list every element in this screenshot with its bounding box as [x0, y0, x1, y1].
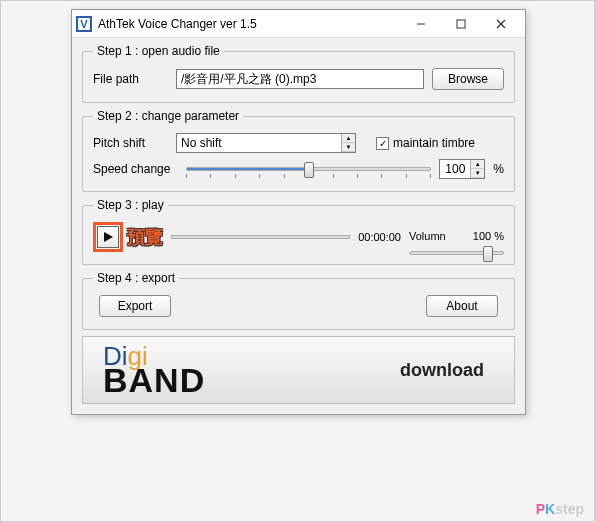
content-area: Step 1 : open audio file File path Brows… [72, 38, 525, 414]
export-button[interactable]: Export [99, 295, 171, 317]
play-button-highlight [93, 222, 123, 252]
browse-button[interactable]: Browse [432, 68, 504, 90]
step2-legend: Step 2 : change parameter [93, 109, 243, 123]
step1-legend: Step 1 : open audio file [93, 44, 224, 58]
minimize-button[interactable] [401, 11, 441, 37]
speed-slider[interactable] [186, 160, 431, 178]
chevron-up-icon: ▲ [342, 134, 355, 143]
minimize-icon [416, 19, 426, 29]
checkbox-box: ✓ [376, 137, 389, 150]
window-title: AthTek Voice Changer ver 1.5 [98, 17, 401, 31]
pitch-shift-select[interactable]: No shift ▲ ▼ [176, 133, 356, 153]
app-window: V AthTek Voice Changer ver 1.5 Step 1 : … [71, 9, 526, 415]
download-label: download [400, 360, 484, 381]
speed-unit: % [493, 162, 504, 176]
maximize-icon [456, 19, 466, 29]
slider-thumb[interactable] [483, 246, 493, 262]
pitch-shift-value: No shift [177, 136, 341, 150]
maintain-timbre-label: maintain timbre [393, 136, 475, 150]
step3-legend: Step 3 : play [93, 198, 168, 212]
step4-legend: Step 4 : export [93, 271, 179, 285]
titlebar: V AthTek Voice Changer ver 1.5 [72, 10, 525, 38]
pitch-spinner[interactable]: ▲ ▼ [341, 134, 355, 152]
preview-label: 預覽 [127, 225, 163, 249]
chevron-down-icon: ▼ [471, 169, 484, 178]
pitch-shift-label: Pitch shift [93, 136, 168, 150]
banner[interactable]: Digi BAND download [82, 336, 515, 404]
speed-spinner[interactable]: ▲ ▼ [470, 160, 484, 178]
chevron-up-icon: ▲ [471, 160, 484, 169]
maintain-timbre-checkbox[interactable]: ✓ maintain timbre [376, 136, 475, 150]
step4-group: Step 4 : export Export About [82, 271, 515, 330]
step3-group: Step 3 : play 預覽 00:00:00 Volumn 100 % [82, 198, 515, 265]
speed-value-input[interactable] [440, 160, 470, 178]
chevron-down-icon: ▼ [342, 143, 355, 152]
speed-change-label: Speed change [93, 162, 178, 176]
maximize-button[interactable] [441, 11, 481, 37]
volume-label: Volumn [409, 230, 446, 242]
close-icon [496, 19, 506, 29]
about-button[interactable]: About [426, 295, 498, 317]
file-path-input[interactable] [176, 69, 424, 89]
playback-time: 00:00:00 [358, 231, 401, 243]
app-icon: V [76, 16, 92, 32]
slider-thumb[interactable] [304, 162, 314, 178]
volume-value: 100 % [473, 230, 504, 242]
step2-group: Step 2 : change parameter Pitch shift No… [82, 109, 515, 192]
file-path-label: File path [93, 72, 168, 86]
watermark: PKstep [536, 501, 584, 517]
svg-marker-4 [104, 232, 113, 242]
step1-group: Step 1 : open audio file File path Brows… [82, 44, 515, 103]
playback-progress[interactable] [171, 235, 350, 239]
speed-value-box[interactable]: ▲ ▼ [439, 159, 485, 179]
close-button[interactable] [481, 11, 521, 37]
play-button[interactable] [97, 226, 119, 248]
volume-block: Volumn 100 % [409, 230, 504, 244]
svg-rect-1 [457, 20, 465, 28]
digiband-logo: Digi BAND [103, 346, 205, 394]
play-icon [102, 231, 114, 243]
